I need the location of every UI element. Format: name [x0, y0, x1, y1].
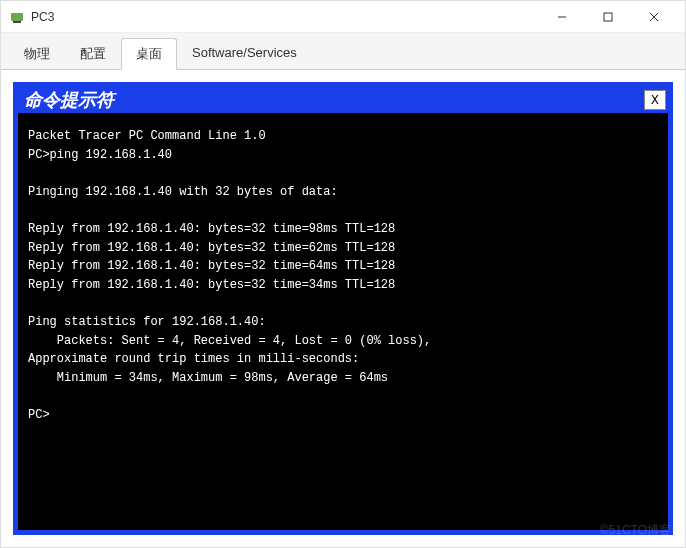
app-window: PC3 物理 配置 桌面 Software/Services 命令提示符 X P… [0, 0, 686, 548]
command-prompt-window: 命令提示符 X Packet Tracer PC Command Line 1.… [13, 82, 673, 535]
tab-config[interactable]: 配置 [65, 38, 121, 70]
svg-rect-3 [604, 13, 612, 21]
svg-rect-0 [11, 13, 23, 21]
command-prompt-titlebar: 命令提示符 X [18, 87, 668, 113]
terminal-output[interactable]: Packet Tracer PC Command Line 1.0 PC>pin… [18, 113, 668, 530]
tab-physical[interactable]: 物理 [9, 38, 65, 70]
tab-bar: 物理 配置 桌面 Software/Services [1, 33, 685, 70]
command-prompt-close-button[interactable]: X [644, 90, 666, 110]
titlebar: PC3 [1, 1, 685, 33]
maximize-button[interactable] [585, 2, 631, 32]
command-prompt-title: 命令提示符 [24, 88, 114, 112]
svg-rect-1 [13, 21, 21, 23]
desktop-area: 命令提示符 X Packet Tracer PC Command Line 1.… [1, 70, 685, 547]
close-button[interactable] [631, 2, 677, 32]
tab-desktop[interactable]: 桌面 [121, 38, 177, 70]
app-icon [9, 9, 25, 25]
window-title: PC3 [31, 10, 54, 24]
window-controls [539, 2, 677, 32]
minimize-button[interactable] [539, 2, 585, 32]
watermark: ©51CTO博客 [600, 522, 671, 539]
tab-software-services[interactable]: Software/Services [177, 38, 312, 70]
